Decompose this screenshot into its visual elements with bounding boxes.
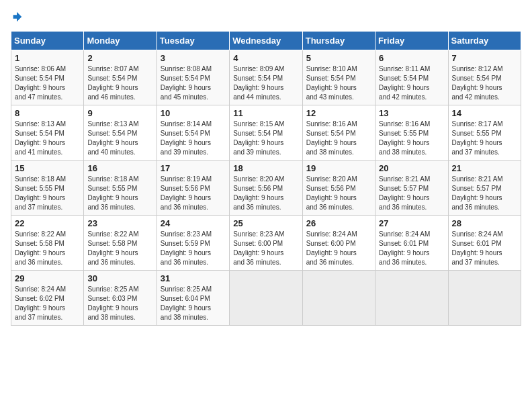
day-number: 11: [233, 108, 298, 118]
header-wednesday: Wednesday: [230, 32, 302, 50]
svg-marker-0: [13, 12, 22, 21]
calendar-week-row: 1 Sunrise: 8:06 AMSunset: 5:54 PMDayligh…: [11, 50, 521, 105]
day-number: 15: [15, 163, 80, 173]
day-number: 22: [15, 218, 80, 228]
day-info: Sunrise: 8:18 AMSunset: 5:55 PMDaylight:…: [15, 175, 66, 211]
calendar-cell: 23 Sunrise: 8:22 AMSunset: 5:58 PMDaylig…: [84, 216, 157, 271]
day-number: 16: [87, 163, 152, 173]
day-info: Sunrise: 8:22 AMSunset: 5:58 PMDaylight:…: [87, 230, 138, 266]
calendar-cell: 17 Sunrise: 8:19 AMSunset: 5:56 PMDaylig…: [157, 161, 229, 216]
calendar-cell: 4 Sunrise: 8:09 AMSunset: 5:54 PMDayligh…: [230, 50, 302, 105]
calendar-cell: 18 Sunrise: 8:20 AMSunset: 5:56 PMDaylig…: [230, 161, 302, 216]
day-info: Sunrise: 8:24 AMSunset: 6:01 PMDaylight:…: [452, 230, 503, 266]
day-number: 5: [306, 53, 371, 63]
calendar-cell: 3 Sunrise: 8:08 AMSunset: 5:54 PMDayligh…: [157, 50, 229, 105]
day-info: Sunrise: 8:12 AMSunset: 5:54 PMDaylight:…: [452, 65, 503, 101]
day-number: 17: [161, 163, 226, 173]
day-number: 13: [379, 108, 444, 118]
calendar-cell: 24 Sunrise: 8:23 AMSunset: 5:59 PMDaylig…: [157, 216, 229, 271]
header-friday: Friday: [375, 32, 448, 50]
calendar-cell: 22 Sunrise: 8:22 AMSunset: 5:58 PMDaylig…: [11, 216, 84, 271]
calendar-week-row: 29 Sunrise: 8:24 AMSunset: 6:02 PMDaylig…: [11, 271, 521, 326]
day-number: 28: [452, 218, 517, 228]
day-info: Sunrise: 8:10 AMSunset: 5:54 PMDaylight:…: [306, 65, 357, 101]
day-info: Sunrise: 8:25 AMSunset: 6:03 PMDaylight:…: [87, 285, 138, 321]
calendar-cell: 28 Sunrise: 8:24 AMSunset: 6:01 PMDaylig…: [448, 216, 521, 271]
calendar-cell: 9 Sunrise: 8:13 AMSunset: 5:54 PMDayligh…: [84, 105, 157, 161]
calendar-cell: [448, 271, 521, 326]
calendar-cell: 16 Sunrise: 8:18 AMSunset: 5:55 PMDaylig…: [84, 161, 157, 216]
day-number: 27: [379, 218, 444, 228]
calendar-cell: 11 Sunrise: 8:15 AMSunset: 5:54 PMDaylig…: [230, 105, 302, 161]
calendar-cell: [302, 271, 375, 326]
calendar-cell: [230, 271, 302, 326]
day-info: Sunrise: 8:20 AMSunset: 5:56 PMDaylight:…: [233, 175, 284, 211]
day-number: 26: [306, 218, 371, 228]
calendar-cell: 27 Sunrise: 8:24 AMSunset: 6:01 PMDaylig…: [375, 216, 448, 271]
day-number: 7: [452, 53, 517, 63]
calendar-cell: 21 Sunrise: 8:21 AMSunset: 5:57 PMDaylig…: [448, 161, 521, 216]
calendar-cell: 29 Sunrise: 8:24 AMSunset: 6:02 PMDaylig…: [11, 271, 84, 326]
day-number: 30: [87, 273, 152, 283]
header-monday: Monday: [84, 32, 157, 50]
calendar-week-row: 22 Sunrise: 8:22 AMSunset: 5:58 PMDaylig…: [11, 216, 521, 271]
day-info: Sunrise: 8:14 AMSunset: 5:54 PMDaylight:…: [161, 120, 212, 156]
day-info: Sunrise: 8:16 AMSunset: 5:55 PMDaylight:…: [379, 120, 430, 156]
day-info: Sunrise: 8:13 AMSunset: 5:54 PMDaylight:…: [15, 120, 66, 156]
day-number: 3: [161, 53, 226, 63]
header-saturday: Saturday: [448, 32, 521, 50]
day-number: 19: [306, 163, 371, 173]
calendar-table: SundayMondayTuesdayWednesdayThursdayFrid…: [11, 31, 521, 326]
day-number: 9: [87, 108, 152, 118]
day-number: 14: [452, 108, 517, 118]
day-number: 24: [161, 218, 226, 228]
header-sunday: Sunday: [11, 32, 84, 50]
calendar-cell: 7 Sunrise: 8:12 AMSunset: 5:54 PMDayligh…: [448, 50, 521, 105]
calendar-cell: [375, 271, 448, 326]
day-info: Sunrise: 8:21 AMSunset: 5:57 PMDaylight:…: [452, 175, 503, 211]
calendar-cell: 25 Sunrise: 8:23 AMSunset: 6:00 PMDaylig…: [230, 216, 302, 271]
day-info: Sunrise: 8:06 AMSunset: 5:54 PMDaylight:…: [15, 65, 66, 101]
day-info: Sunrise: 8:22 AMSunset: 5:58 PMDaylight:…: [15, 230, 66, 266]
day-info: Sunrise: 8:11 AMSunset: 5:54 PMDaylight:…: [379, 65, 430, 101]
calendar-header-row: SundayMondayTuesdayWednesdayThursdayFrid…: [11, 32, 521, 50]
calendar-cell: 12 Sunrise: 8:16 AMSunset: 5:54 PMDaylig…: [302, 105, 375, 161]
day-info: Sunrise: 8:19 AMSunset: 5:56 PMDaylight:…: [161, 175, 212, 211]
day-number: 12: [306, 108, 371, 118]
calendar-cell: 8 Sunrise: 8:13 AMSunset: 5:54 PMDayligh…: [11, 105, 84, 161]
day-info: Sunrise: 8:08 AMSunset: 5:54 PMDaylight:…: [161, 65, 212, 101]
day-info: Sunrise: 8:16 AMSunset: 5:54 PMDaylight:…: [306, 120, 357, 156]
day-info: Sunrise: 8:09 AMSunset: 5:54 PMDaylight:…: [233, 65, 284, 101]
day-number: 31: [161, 273, 226, 283]
day-info: Sunrise: 8:24 AMSunset: 6:00 PMDaylight:…: [306, 230, 357, 266]
day-number: 25: [233, 218, 298, 228]
calendar-cell: 1 Sunrise: 8:06 AMSunset: 5:54 PMDayligh…: [11, 50, 84, 105]
day-number: 21: [452, 163, 517, 173]
calendar-week-row: 8 Sunrise: 8:13 AMSunset: 5:54 PMDayligh…: [11, 105, 521, 161]
calendar-cell: 2 Sunrise: 8:07 AMSunset: 5:54 PMDayligh…: [84, 50, 157, 105]
calendar-cell: 31 Sunrise: 8:25 AMSunset: 6:04 PMDaylig…: [157, 271, 229, 326]
day-info: Sunrise: 8:18 AMSunset: 5:55 PMDaylight:…: [87, 175, 138, 211]
day-number: 2: [87, 53, 152, 63]
day-info: Sunrise: 8:25 AMSunset: 6:04 PMDaylight:…: [161, 285, 212, 321]
day-info: Sunrise: 8:21 AMSunset: 5:57 PMDaylight:…: [379, 175, 430, 211]
day-info: Sunrise: 8:24 AMSunset: 6:02 PMDaylight:…: [15, 285, 66, 321]
day-number: 6: [379, 53, 444, 63]
calendar-cell: 26 Sunrise: 8:24 AMSunset: 6:00 PMDaylig…: [302, 216, 375, 271]
day-info: Sunrise: 8:20 AMSunset: 5:56 PMDaylight:…: [306, 175, 357, 211]
calendar-cell: 6 Sunrise: 8:11 AMSunset: 5:54 PMDayligh…: [375, 50, 448, 105]
calendar-cell: 14 Sunrise: 8:17 AMSunset: 5:55 PMDaylig…: [448, 105, 521, 161]
logo-arrow-icon: [11, 11, 23, 23]
day-info: Sunrise: 8:24 AMSunset: 6:01 PMDaylight:…: [379, 230, 430, 266]
day-number: 4: [233, 53, 298, 63]
calendar-cell: 13 Sunrise: 8:16 AMSunset: 5:55 PMDaylig…: [375, 105, 448, 161]
day-number: 18: [233, 163, 298, 173]
day-number: 1: [15, 53, 80, 63]
day-number: 8: [15, 108, 80, 118]
day-info: Sunrise: 8:15 AMSunset: 5:54 PMDaylight:…: [233, 120, 284, 156]
day-info: Sunrise: 8:13 AMSunset: 5:54 PMDaylight:…: [87, 120, 138, 156]
day-number: 20: [379, 163, 444, 173]
day-number: 23: [87, 218, 152, 228]
header-tuesday: Tuesday: [157, 32, 229, 50]
calendar-cell: 19 Sunrise: 8:20 AMSunset: 5:56 PMDaylig…: [302, 161, 375, 216]
